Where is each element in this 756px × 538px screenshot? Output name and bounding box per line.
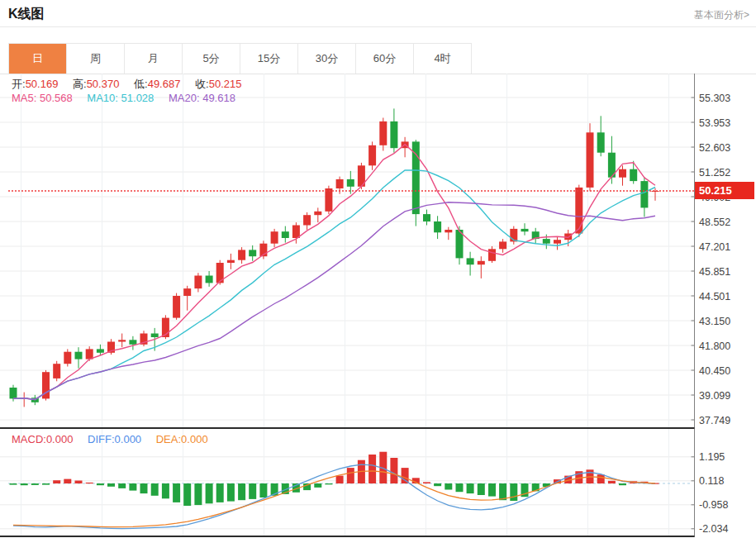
macd-histogram-bar <box>608 481 616 483</box>
kline-page: { "header": { "title": "K线图", "link_labe… <box>0 0 756 538</box>
candle-body <box>597 132 605 152</box>
macd-histogram-bar <box>42 483 50 485</box>
candle-body <box>314 212 321 215</box>
tab-day[interactable]: 日 <box>9 44 67 74</box>
diff-line <box>13 464 655 529</box>
page-header: K线图 基本面分析> <box>0 0 756 27</box>
y-axis-label: 53.953 <box>699 117 730 129</box>
y-axis-label: -0.958 <box>699 499 728 511</box>
macd-histogram-bar <box>173 483 180 502</box>
macd-histogram-bar <box>488 483 496 497</box>
macd-histogram-bar <box>259 483 267 498</box>
macd-histogram-bar <box>129 483 136 491</box>
macd-histogram-bar <box>456 483 464 492</box>
y-axis-label: 55.303 <box>699 93 730 104</box>
tab-5min[interactable]: 5分 <box>183 44 240 74</box>
macd-histogram-bar <box>151 483 159 496</box>
macd-histogram-bar <box>336 476 344 483</box>
macd-histogram-bar <box>325 483 332 484</box>
macd-histogram-bar <box>238 483 245 500</box>
candle-body <box>630 169 637 181</box>
macd-histogram-bar <box>21 483 28 485</box>
low-label: 低: <box>134 78 148 90</box>
current-price-tag: 50.215 <box>695 182 754 199</box>
candle-body <box>445 230 452 232</box>
macd-histogram-bar <box>249 483 256 499</box>
macd-histogram-bar <box>206 483 213 503</box>
ma5-label: MA5: <box>12 92 36 104</box>
dea-value: 0.000 <box>181 433 208 445</box>
candle-body <box>347 179 354 187</box>
candle-body <box>129 340 136 345</box>
macd-histogram-bar <box>434 483 441 486</box>
macd-histogram-bar <box>107 483 115 487</box>
candle-body <box>336 179 344 188</box>
macd-label: MACD: <box>12 433 46 445</box>
tab-month[interactable]: 月 <box>125 44 183 74</box>
ma10-label: MA10: <box>87 92 118 104</box>
candle-body <box>194 276 202 289</box>
ma-readout: MA5: 50.568 MA10: 51.028 MA20: 49.618 <box>12 92 247 104</box>
candle-body <box>478 261 485 264</box>
candle-body <box>75 352 83 359</box>
candle-body <box>325 188 332 212</box>
candle-body <box>652 191 659 192</box>
candle-body <box>423 214 430 221</box>
macd-histogram-bar <box>368 455 376 483</box>
low-value: 49.687 <box>148 78 181 90</box>
y-axis-label: 48.552 <box>699 217 730 228</box>
candle-body <box>390 121 397 148</box>
y-axis-label: -2.034 <box>699 523 728 535</box>
interval-tab-bar: 日 周 月 5分 15分 30分 60分 4时 <box>8 43 472 74</box>
candle-body <box>64 352 71 364</box>
candle-body <box>97 349 104 352</box>
ma20-label: MA20: <box>169 92 200 104</box>
tab-30min[interactable]: 30分 <box>298 44 356 74</box>
macd-histogram-bar <box>86 483 93 483</box>
fundamental-analysis-link[interactable]: 基本面分析> <box>694 8 749 22</box>
candle-body <box>10 388 17 398</box>
tab-60min[interactable]: 60分 <box>356 44 414 74</box>
candle-body <box>173 296 180 318</box>
open-value: 50.169 <box>26 78 59 90</box>
y-axis-label: 41.800 <box>699 340 730 352</box>
dea-label: DEA: <box>156 433 181 445</box>
candle-body <box>227 260 235 263</box>
close-value: 50.215 <box>209 78 242 90</box>
candle-body <box>619 169 626 178</box>
dea-line <box>13 471 655 527</box>
candle-body <box>249 250 256 256</box>
ma5-line <box>13 145 655 400</box>
macd-histogram-bar <box>478 483 485 495</box>
macd-histogram-bar <box>510 483 517 501</box>
tab-15min[interactable]: 15分 <box>240 44 298 74</box>
y-axis-label: 45.851 <box>699 266 730 278</box>
candle-body <box>587 132 594 188</box>
ohlc-readout: 开:50.169 高:50.370 低:49.687 收:50.215 <box>12 77 253 92</box>
y-axis-label: 43.150 <box>699 316 730 327</box>
candle-body <box>543 239 550 244</box>
diff-value: 0.000 <box>115 433 142 445</box>
candle-body <box>640 181 648 207</box>
main-chart-svg[interactable]: 55.30353.95352.60351.25249.90248.55247.2… <box>0 74 756 429</box>
tab-4hour[interactable]: 4时 <box>414 44 471 74</box>
macd-readout: MACD:0.000 DIFF:0.000 DEA:0.000 <box>12 433 220 445</box>
main-candlestick-chart[interactable]: 55.30353.95352.60351.25249.90248.55247.2… <box>0 74 756 429</box>
candle-body <box>292 226 300 239</box>
macd-histogram-bar <box>402 468 409 483</box>
high-label: 高: <box>73 78 87 90</box>
macd-histogram-bar <box>53 480 60 483</box>
y-axis-label: 52.603 <box>699 142 730 154</box>
ma20-value: 49.618 <box>202 92 235 104</box>
tab-week[interactable]: 周 <box>67 44 125 74</box>
candle-body <box>368 145 376 166</box>
open-label: 开: <box>12 78 26 90</box>
candle-body <box>271 231 278 244</box>
y-axis-label: 1.195 <box>699 451 725 463</box>
candle-body <box>575 188 582 234</box>
ma10-value: 51.028 <box>121 92 155 104</box>
macd-histogram-bar <box>118 483 126 488</box>
macd-histogram-bar <box>597 474 605 483</box>
macd-histogram-bar <box>194 483 202 505</box>
macd-histogram-bar <box>347 468 354 483</box>
